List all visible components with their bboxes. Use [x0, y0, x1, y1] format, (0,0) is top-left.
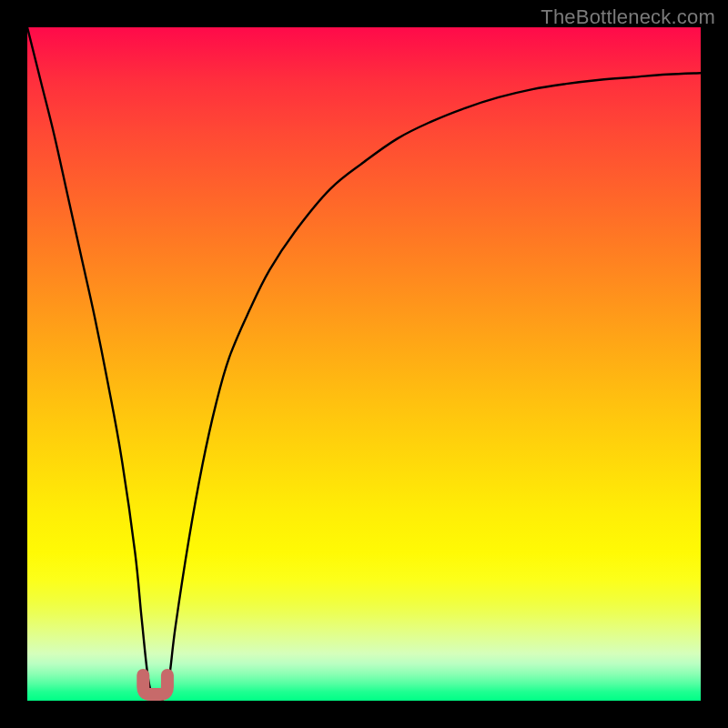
- optimal-marker: [143, 675, 167, 694]
- curve-layer: [27, 27, 701, 701]
- chart-frame: TheBottleneck.com: [0, 0, 728, 728]
- bottleneck-curve: [27, 27, 701, 701]
- plot-area: [27, 27, 701, 701]
- watermark-text: TheBottleneck.com: [541, 5, 715, 29]
- optimal-marker-path: [143, 675, 167, 694]
- bottleneck-curve-path: [27, 27, 701, 701]
